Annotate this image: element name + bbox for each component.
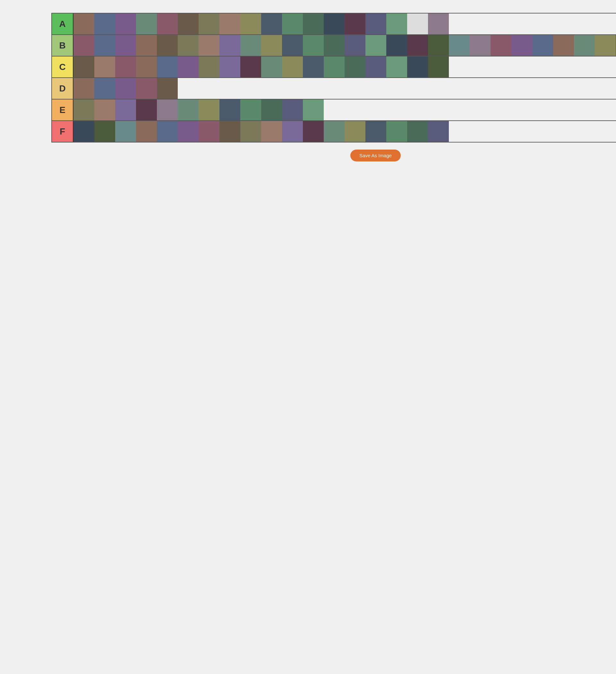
- char-img[interactable]: [345, 13, 365, 34]
- char-img[interactable]: [157, 100, 178, 120]
- char-img[interactable]: [199, 57, 220, 77]
- char-img[interactable]: [178, 57, 199, 77]
- char-img[interactable]: [74, 57, 94, 77]
- char-img[interactable]: [157, 13, 178, 34]
- char-img[interactable]: [345, 35, 365, 56]
- char-img[interactable]: [136, 35, 157, 56]
- char-img[interactable]: [261, 121, 282, 142]
- char-img[interactable]: [365, 35, 386, 56]
- char-img[interactable]: [386, 13, 407, 34]
- char-img[interactable]: [115, 78, 136, 99]
- char-img[interactable]: [74, 35, 94, 56]
- char-img[interactable]: [136, 121, 157, 142]
- char-img[interactable]: [115, 13, 136, 34]
- char-img[interactable]: [261, 13, 282, 34]
- char-img[interactable]: [365, 121, 386, 142]
- char-img[interactable]: [511, 35, 532, 56]
- char-img[interactable]: [491, 35, 511, 56]
- char-img[interactable]: [574, 35, 595, 56]
- char-img[interactable]: [240, 35, 261, 56]
- char-img[interactable]: [94, 13, 115, 34]
- char-img[interactable]: [282, 13, 303, 34]
- char-img[interactable]: [220, 57, 240, 77]
- char-img[interactable]: [428, 57, 449, 77]
- char-img[interactable]: [157, 57, 178, 77]
- char-img[interactable]: [428, 121, 449, 142]
- char-img[interactable]: [74, 13, 94, 34]
- char-img[interactable]: [240, 100, 261, 120]
- char-img[interactable]: [240, 57, 261, 77]
- char-img[interactable]: [303, 100, 324, 120]
- char-img[interactable]: [220, 100, 240, 120]
- char-img[interactable]: [386, 121, 407, 142]
- char-img[interactable]: [303, 57, 324, 77]
- char-img[interactable]: [178, 121, 199, 142]
- char-img[interactable]: [428, 35, 449, 56]
- char-img[interactable]: [386, 35, 407, 56]
- char-img[interactable]: [261, 100, 282, 120]
- char-img[interactable]: [303, 121, 324, 142]
- char-img[interactable]: [407, 35, 428, 56]
- char-img[interactable]: [94, 35, 115, 56]
- char-img[interactable]: [74, 78, 94, 99]
- char-img[interactable]: [220, 35, 240, 56]
- char-img[interactable]: [94, 78, 115, 99]
- char-img[interactable]: [199, 13, 220, 34]
- char-img[interactable]: [261, 35, 282, 56]
- char-img[interactable]: [449, 35, 470, 56]
- char-img[interactable]: [74, 100, 94, 120]
- char-img[interactable]: [94, 121, 115, 142]
- char-img[interactable]: [136, 13, 157, 34]
- char-img[interactable]: [324, 121, 345, 142]
- char-img[interactable]: [261, 57, 282, 77]
- char-img[interactable]: [115, 121, 136, 142]
- char-img[interactable]: [136, 57, 157, 77]
- char-img[interactable]: [324, 13, 345, 34]
- char-img[interactable]: [199, 100, 220, 120]
- tier-images-f: [73, 121, 616, 142]
- char-img[interactable]: [220, 13, 240, 34]
- char-img[interactable]: [74, 121, 94, 142]
- char-img[interactable]: [282, 57, 303, 77]
- char-img[interactable]: [407, 121, 428, 142]
- char-img[interactable]: [115, 100, 136, 120]
- char-img[interactable]: [136, 100, 157, 120]
- char-img[interactable]: [94, 57, 115, 77]
- char-img[interactable]: [282, 35, 303, 56]
- char-img[interactable]: [157, 78, 178, 99]
- char-img[interactable]: [240, 121, 261, 142]
- char-img[interactable]: [324, 35, 345, 56]
- char-img[interactable]: [553, 35, 574, 56]
- char-img[interactable]: [94, 100, 115, 120]
- char-img[interactable]: [178, 35, 199, 56]
- char-img[interactable]: [136, 78, 157, 99]
- char-img[interactable]: [407, 13, 428, 34]
- char-img[interactable]: [365, 13, 386, 34]
- char-img[interactable]: [365, 57, 386, 77]
- char-img[interactable]: [282, 100, 303, 120]
- char-img[interactable]: [407, 57, 428, 77]
- char-img[interactable]: [595, 35, 616, 56]
- char-img[interactable]: [157, 121, 178, 142]
- char-img[interactable]: [324, 57, 345, 77]
- char-img[interactable]: [386, 57, 407, 77]
- char-img[interactable]: [303, 13, 324, 34]
- char-img[interactable]: [345, 121, 365, 142]
- char-img[interactable]: [199, 35, 220, 56]
- char-img[interactable]: [178, 13, 199, 34]
- char-img[interactable]: [303, 35, 324, 56]
- char-img[interactable]: [282, 121, 303, 142]
- save-image-button[interactable]: Save As Image: [350, 149, 401, 161]
- char-img[interactable]: [115, 35, 136, 56]
- char-img[interactable]: [199, 121, 220, 142]
- char-img[interactable]: [428, 13, 449, 34]
- char-img[interactable]: [157, 35, 178, 56]
- char-img[interactable]: [470, 35, 491, 56]
- char-img[interactable]: [178, 100, 199, 120]
- char-img[interactable]: [115, 57, 136, 77]
- char-img[interactable]: [240, 13, 261, 34]
- char-img[interactable]: [220, 121, 240, 142]
- char-img[interactable]: [345, 57, 365, 77]
- tier-row-a: A: [51, 13, 616, 35]
- char-img[interactable]: [532, 35, 553, 56]
